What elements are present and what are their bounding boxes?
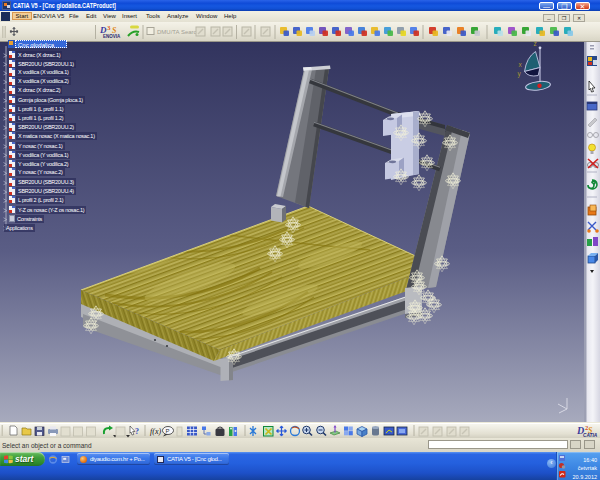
svg-text:ENOVIA: ENOVIA [103, 34, 121, 39]
svg-text:CATIA: CATIA [583, 433, 598, 438]
svg-text:P: P [166, 428, 170, 434]
svg-text:3: 3 [107, 24, 111, 32]
svg-text:?: ? [135, 427, 139, 436]
svg-text:f(x): f(x) [150, 427, 161, 436]
